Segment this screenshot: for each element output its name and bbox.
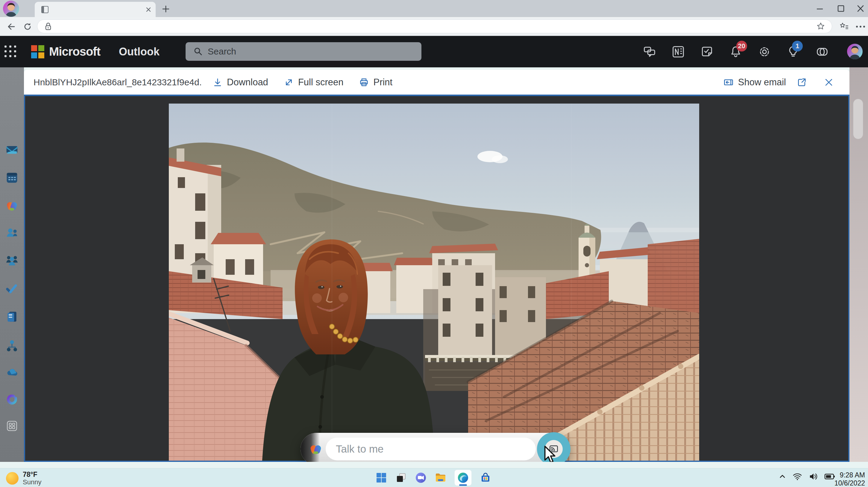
lightbulb-icon[interactable]: 1 xyxy=(779,45,808,59)
desktop-strip xyxy=(0,462,868,468)
sun-icon xyxy=(6,472,19,485)
loop-icon[interactable] xyxy=(5,393,19,406)
edge-active-indicator xyxy=(459,484,467,486)
microsoft-brand-text: Microsoft xyxy=(49,45,100,58)
back-icon[interactable] xyxy=(7,22,17,31)
calendar-icon[interactable] xyxy=(5,171,19,184)
copilot-input[interactable] xyxy=(336,443,526,455)
more-apps-icon[interactable] xyxy=(5,419,19,432)
open-new-window-icon xyxy=(797,77,807,87)
tab-close-icon[interactable] xyxy=(146,7,151,12)
download-label: Download xyxy=(227,77,268,88)
fullscreen-button[interactable]: Full screen xyxy=(284,77,344,88)
mail-icon[interactable] xyxy=(5,143,19,156)
download-button[interactable]: Download xyxy=(213,77,268,88)
tip-badge: 1 xyxy=(792,41,803,52)
chevron-up-icon[interactable] xyxy=(779,473,786,480)
print-label: Print xyxy=(373,77,393,88)
attachment-filename: HnblBlYHJ2pIlkAe86arl_8e1423321f9e4d... xyxy=(33,77,201,87)
close-window-button[interactable] xyxy=(856,5,865,12)
edge-taskbar-button[interactable] xyxy=(454,469,472,486)
fullscreen-icon xyxy=(284,77,294,87)
new-tab-button[interactable] xyxy=(162,5,170,13)
copilot-icon[interactable] xyxy=(5,199,19,212)
app-launcher-waffle-icon[interactable] xyxy=(4,44,18,59)
bell-icon[interactable]: 20 xyxy=(721,45,750,59)
show-email-label: Show email xyxy=(738,77,786,88)
clock-date: 10/6/2022 xyxy=(835,479,865,487)
url-input[interactable] xyxy=(52,22,816,31)
presenter-face xyxy=(3,1,19,17)
attachment-toolbar: HnblBlYHJ2pIlkAe86arl_8e1423321f9e4d... … xyxy=(24,70,849,95)
wifi-icon[interactable] xyxy=(793,472,802,481)
maximize-button[interactable] xyxy=(836,5,845,12)
taskbar-clock[interactable]: 9:28 AM 10/6/2022 xyxy=(835,471,865,487)
taskbar-center-icons xyxy=(375,469,492,486)
attachment-photo xyxy=(169,103,699,461)
taskbar-system-tray xyxy=(779,472,835,481)
onenote-feed-icon[interactable] xyxy=(664,45,692,59)
download-icon xyxy=(213,77,223,87)
start-button[interactable] xyxy=(375,472,387,484)
search-icon xyxy=(193,47,203,56)
weather-condition: Sunny xyxy=(23,478,41,486)
outlook-app-rail xyxy=(0,67,24,462)
taskbar-weather-widget[interactable]: 78°F Sunny xyxy=(6,470,41,486)
copilot-talk-bar xyxy=(301,433,570,465)
lock-icon xyxy=(44,22,52,31)
groups-icon[interactable] xyxy=(5,254,19,267)
refresh-icon[interactable] xyxy=(23,22,32,31)
show-email-icon xyxy=(723,77,734,87)
todo-icon[interactable] xyxy=(5,282,19,295)
outlook-product-text: Outlook xyxy=(119,45,159,58)
task-view-icon[interactable] xyxy=(395,472,407,484)
address-bar[interactable] xyxy=(37,20,832,33)
chat-icon[interactable] xyxy=(635,45,664,59)
copilot-shapes-icon[interactable] xyxy=(808,45,836,59)
gear-icon[interactable] xyxy=(750,45,779,59)
browser-tab-strip xyxy=(0,0,868,17)
weather-temperature: 78°F xyxy=(23,470,41,478)
favorites-bar-icon[interactable] xyxy=(839,22,849,31)
file-explorer-icon[interactable] xyxy=(435,472,446,484)
battery-icon[interactable] xyxy=(824,473,835,480)
fullscreen-label: Full screen xyxy=(298,77,344,88)
clock-time: 9:28 AM xyxy=(835,471,865,479)
print-icon xyxy=(359,77,369,87)
more-menu-icon[interactable] xyxy=(856,25,866,28)
browser-address-row xyxy=(0,17,868,36)
presenter-avatar xyxy=(3,1,19,17)
copilot-logo-icon xyxy=(309,442,323,456)
close-preview-button[interactable] xyxy=(824,77,834,87)
org-explorer-icon[interactable] xyxy=(5,339,19,352)
volume-icon[interactable] xyxy=(809,472,818,481)
people-icon[interactable] xyxy=(5,226,19,240)
onedrive-icon[interactable] xyxy=(5,366,19,379)
screen: Microsoft Outlook 20 1 xyxy=(0,0,868,487)
store-icon[interactable] xyxy=(479,472,492,484)
notification-badge: 20 xyxy=(736,41,747,52)
print-button[interactable]: Print xyxy=(359,77,393,88)
page-scrollbar-thumb[interactable] xyxy=(853,99,863,139)
close-icon xyxy=(824,77,834,87)
show-email-button[interactable]: Show email xyxy=(723,77,786,88)
browser-tab[interactable] xyxy=(35,2,156,17)
tab-favicon-icon xyxy=(41,6,49,13)
bookings-icon[interactable] xyxy=(5,310,19,323)
copilot-input-pill[interactable] xyxy=(326,437,536,460)
favorite-star-icon[interactable] xyxy=(816,22,825,31)
teams-chat-icon[interactable] xyxy=(415,472,427,484)
account-avatar[interactable] xyxy=(847,44,863,59)
outlook-search-box[interactable] xyxy=(186,42,422,61)
edge-icon xyxy=(457,472,469,483)
open-new-window-button[interactable] xyxy=(797,77,807,87)
outlook-header-icons: 20 1 xyxy=(635,44,836,60)
search-input[interactable] xyxy=(208,47,422,57)
notes-icon[interactable] xyxy=(692,45,721,59)
minimize-button[interactable] xyxy=(815,5,824,12)
microsoft-logo xyxy=(31,45,44,58)
